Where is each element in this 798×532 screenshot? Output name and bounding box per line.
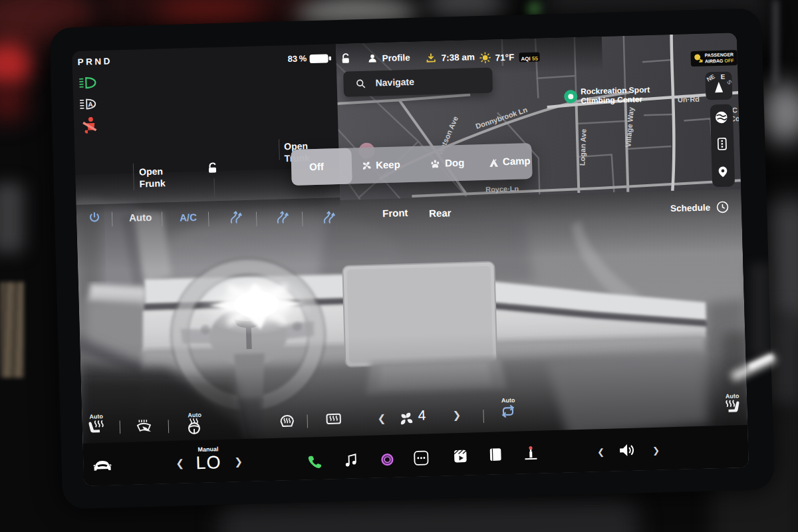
svg-text:2: 2 bbox=[699, 59, 702, 63]
svg-text:Logan Ave: Logan Ave bbox=[578, 129, 587, 166]
svg-text:Royce·Ln: Royce·Ln bbox=[485, 184, 519, 193]
svg-text:Un·Rd: Un·Rd bbox=[678, 95, 700, 104]
svg-text:A: A bbox=[88, 100, 93, 108]
svg-text:Climbing Center: Climbing Center bbox=[581, 94, 642, 106]
